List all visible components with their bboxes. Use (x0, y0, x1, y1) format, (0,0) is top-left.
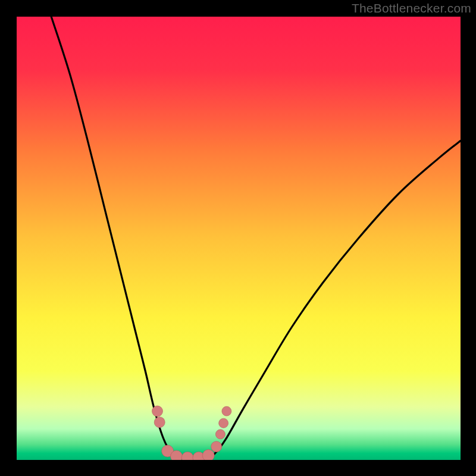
marker-point (171, 450, 183, 462)
marker-point (202, 450, 214, 462)
bottleneck-curve-chart (0, 0, 476, 476)
marker-point (222, 406, 231, 416)
marker-point (215, 430, 225, 439)
gradient-background (17, 17, 461, 460)
marker-point (152, 406, 162, 416)
attribution-label: TheBottlenecker.com (352, 1, 471, 15)
chart-root: TheBottlenecker.com (0, 0, 476, 476)
marker-point (211, 441, 222, 452)
marker-point (219, 418, 228, 428)
marker-point (181, 452, 193, 464)
marker-point (154, 417, 165, 428)
